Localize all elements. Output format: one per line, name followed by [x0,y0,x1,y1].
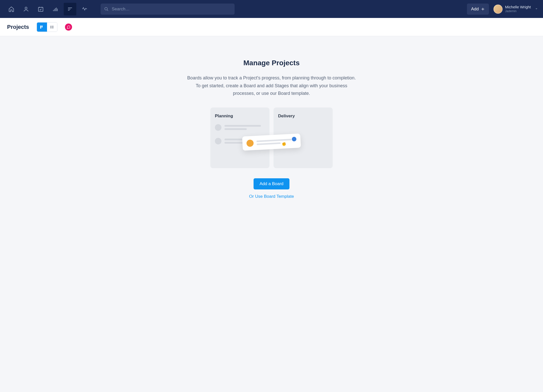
nav-profile-icon[interactable] [20,3,32,15]
nav-projects-icon[interactable] [64,3,76,15]
illustration-column-title: Planning [215,114,265,119]
illustration-card: ✊ [242,134,301,151]
add-button[interactable]: Add [467,4,489,15]
user-text: Michelle Wright Jademin [505,5,531,13]
grab-cursor-icon: ✊ [282,142,286,146]
add-board-button[interactable]: Add a Board [254,178,290,189]
chevron-down-icon [533,7,538,11]
svg-point-6 [51,27,51,27]
topnav-right: Add Michelle Wright Jademin [467,4,538,15]
user-menu[interactable]: Michelle Wright Jademin [493,5,538,14]
svg-point-0 [25,7,27,9]
chat-icon[interactable] [65,24,72,31]
nav-stats-icon[interactable] [49,3,62,15]
user-org: Jademin [505,9,531,13]
hero-description: Boards allow you to track a Project's pr… [186,74,357,97]
hero-title: Manage Projects [243,59,300,67]
view-list-button[interactable] [47,23,57,32]
view-toggle [37,22,57,32]
view-board-button[interactable] [37,23,47,32]
svg-point-7 [51,28,51,28]
svg-point-2 [105,7,107,10]
nav-activity-icon[interactable] [78,3,91,15]
search-icon [104,7,109,11]
nav-home-icon[interactable] [5,3,18,15]
search-input[interactable] [101,4,235,15]
add-button-label: Add [471,7,479,12]
illustration-column-title: Delivery [278,114,328,119]
subheader: Projects [0,18,543,36]
user-name: Michelle Wright [505,5,531,9]
illustration: Planning Delivery [210,107,333,168]
top-nav: Add Michelle Wright Jademin [0,0,543,18]
main-content: Manage Projects Boards allow you to trac… [0,36,543,392]
svg-rect-4 [41,26,42,28]
use-template-link[interactable]: Or Use Board Template [249,194,294,199]
avatar [493,5,503,14]
svg-point-5 [51,26,51,26]
svg-rect-3 [40,26,41,29]
search-box [101,4,235,15]
nav-calendar-icon[interactable] [34,3,47,15]
page-title: Projects [7,24,29,30]
